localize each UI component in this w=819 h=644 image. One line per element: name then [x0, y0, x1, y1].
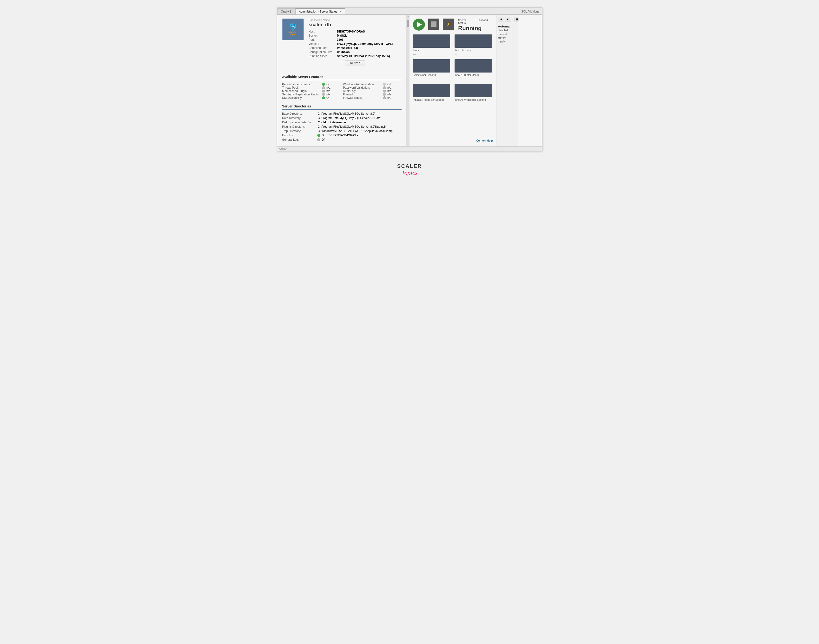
host-value: DESKTOP-SVIGRAS	[337, 30, 365, 33]
server-info-top: 🐬 MySQL Server Connection Name scaler_db…	[282, 18, 401, 70]
nav-icon-button[interactable]: ▣	[514, 17, 519, 21]
tab-admin-close[interactable]: ✕	[340, 10, 341, 13]
refresh-button[interactable]: Refresh	[345, 60, 365, 66]
play-triangle-icon	[417, 22, 422, 28]
connections-button[interactable]: ⚡	[443, 18, 454, 30]
context-help-link[interactable]: Context Help	[476, 139, 493, 143]
stop-server-button[interactable]	[428, 18, 439, 30]
feature-r-status-1: n/a	[387, 86, 392, 89]
traffic-label: Traffic	[413, 49, 451, 52]
config-label: Configuration File:	[309, 51, 335, 54]
socket-label: Socket:	[309, 34, 335, 37]
dir-value-base: C:\Program Files\MySQL\MySQL Server 8.0\	[318, 112, 375, 115]
metrics-grid: Traffic --- Key Efficiency --- Selects p…	[413, 34, 493, 106]
dir-label-plugins: Plugins Directory:	[282, 125, 316, 129]
left-panel-scrollbar[interactable]: ▲	[407, 15, 409, 146]
innodb-reads-value: ---	[413, 102, 451, 106]
dir-value-diskspace: Could not determine	[318, 121, 346, 124]
key-efficiency-value: ---	[455, 52, 493, 56]
scroll-thumb[interactable]	[407, 20, 409, 27]
feature-dot-3	[322, 93, 325, 96]
main-window: Query 1 Administration - Server Status ✕…	[277, 7, 542, 151]
dir-row-diskspace: Disk Space in Data Dir: Could not determ…	[282, 121, 401, 124]
cpu-value: ---	[486, 27, 490, 31]
watermark-topics: Topics	[397, 169, 422, 176]
error-log-label: Error Log:	[282, 134, 316, 137]
innodb-buffer-label: InnoDB Buffer Usage	[455, 74, 493, 77]
features-right-col: Windows Authentication: Off Password Val…	[343, 83, 401, 100]
right-panel: ⚡ Server Status CPU/Load Connections Run…	[409, 15, 496, 146]
feature-r-label-3: Firewall:	[343, 93, 381, 96]
dir-value-data: C:\ProgramData\MySQL\MySQL Server 8.0\Da…	[318, 117, 381, 120]
right-sidebar: ◄ ► | ▣ Automa disabledmanualcurrenttogg…	[496, 15, 518, 146]
feature-label-3: Semisync Replication Plugin:	[282, 93, 321, 96]
detail-row-running: Running Since: Sat May 13 03:07:41 2023 …	[309, 54, 401, 58]
key-efficiency-label: Key Efficiency	[455, 49, 493, 52]
feature-r-dot-2	[383, 90, 386, 92]
tab-bar: Query 1 Administration - Server Status ✕…	[277, 8, 542, 15]
detail-row-socket: Socket: MySQL	[309, 34, 401, 37]
watermark: SCALER Topics	[397, 163, 422, 176]
dolphin-icon: 🐬	[289, 23, 297, 31]
port-label: Port:	[309, 38, 335, 41]
tab-query1[interactable]: Query 1	[277, 8, 295, 14]
feature-firewall: Firewall: n/a	[343, 93, 401, 96]
version-value: 8.0.33 (MySQL Community Server - GPL)	[337, 42, 393, 46]
tab-admin-label: Administration - Server Status	[299, 10, 337, 13]
start-server-button[interactable]	[413, 18, 425, 31]
features-left-col: Performance Schema: On Thread Pool: n/a …	[282, 83, 341, 100]
server-status-row: ⚡ Server Status CPU/Load Connections Run…	[413, 18, 493, 32]
detail-row-port: Port: 3306	[309, 38, 401, 41]
feature-status-1: n/a	[326, 86, 331, 89]
detail-row-version: Version: 8.0.33 (MySQL Community Server …	[309, 42, 401, 46]
feature-audit-log: Audit Log: n/a	[343, 89, 401, 93]
stop-square-icon	[431, 21, 436, 27]
context-help-area: Context Help	[413, 134, 493, 143]
innodb-writes-label: InnoDB Writes per Second	[455, 98, 493, 101]
sql-additions-label: SQL Additions	[519, 9, 542, 14]
connection-name-value: scaler_db	[309, 22, 401, 28]
innodb-writes-graph	[455, 84, 492, 97]
sidebar-nav: ◄ ► | ▣	[498, 17, 516, 21]
metric-innodb-reads: InnoDB Reads per Second ---	[413, 84, 451, 106]
feature-performance-schema: Performance Schema: On	[282, 83, 341, 86]
port-value: 3306	[337, 38, 343, 41]
play-button-group	[413, 18, 425, 31]
feature-status-2: n/a	[326, 89, 331, 93]
error-log-row: Error Log: On .\DESKTOP-SVIGRAS.err	[282, 134, 401, 137]
tab-admin[interactable]: Administration - Server Status ✕	[295, 8, 345, 14]
dir-label-base: Base Directory:	[282, 112, 316, 115]
left-panel: 🐬 MySQL Server Connection Name scaler_db…	[277, 15, 407, 146]
detail-row-compiled: Compiled For: Win64 (x86_64)	[309, 46, 401, 50]
scroll-up-arrow[interactable]: ▲	[407, 15, 409, 17]
metric-selects: Selects per Second ---	[413, 59, 451, 81]
dir-row-data: Data Directory: C:\ProgramData\MySQL\MyS…	[282, 117, 401, 120]
feature-r-dot-3	[383, 93, 386, 96]
nav-back-button[interactable]: ◄	[498, 17, 504, 21]
innodb-buffer-graph	[455, 59, 492, 72]
feature-dot-4	[322, 97, 325, 99]
dir-label-tmp: Tmp Directory:	[282, 129, 316, 133]
feature-status-3: n/a	[326, 93, 331, 96]
detail-row-config: Configuration File: unknown	[309, 51, 401, 54]
feature-label-0: Performance Schema:	[282, 83, 321, 86]
feature-status-0: On	[326, 83, 330, 86]
nav-forward-button[interactable]: ►	[505, 17, 511, 21]
feature-label-2: Memcached Plugin:	[282, 89, 321, 93]
dir-label-diskspace: Disk Space in Data Dir:	[282, 121, 316, 124]
left-panel-wrapper: 🐬 MySQL Server Connection Name scaler_db…	[277, 15, 409, 146]
key-efficiency-graph	[455, 34, 492, 48]
server-logo: 🐬 MySQL Server	[282, 18, 304, 40]
feature-r-dot-4	[383, 97, 386, 99]
server-status-label: Server Status	[458, 18, 466, 25]
content-area: 🐬 MySQL Server Connection Name scaler_db…	[277, 15, 542, 146]
feature-dot-1	[322, 86, 325, 89]
automa-label: Automa	[498, 25, 516, 29]
refresh-btn-wrap: Refresh	[309, 60, 401, 66]
metric-traffic: Traffic ---	[413, 34, 451, 56]
directories-section: Server Directories Base Directory: C:\Pr…	[282, 104, 401, 141]
automa-sub: disabledmanualcurrenttoggle	[498, 29, 516, 44]
feature-status-4: On	[326, 96, 330, 100]
watermark-scaler: SCALER	[397, 163, 422, 169]
feature-r-status-2: n/a	[387, 89, 392, 93]
